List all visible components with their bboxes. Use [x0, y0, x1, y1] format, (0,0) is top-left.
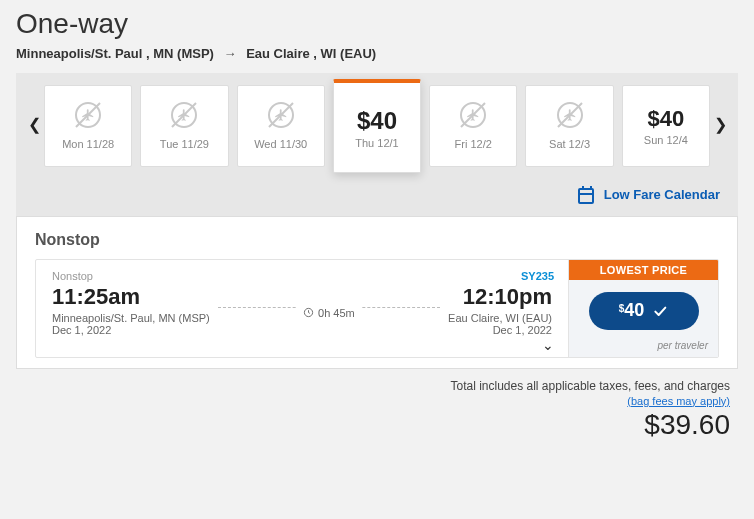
date-ribbon: ❮ ❯ Mon 11/28Tue 11/29Wed 11/30$40Thu 12…: [16, 73, 738, 369]
date-tile[interactable]: $40Thu 12/1: [333, 79, 421, 173]
results-card: Nonstop Nonstop SY235 11:25am Minneapoli…: [16, 216, 738, 369]
stops-label: Nonstop: [52, 270, 552, 282]
origin-label: Minneapolis/St. Paul , MN (MSP): [16, 46, 214, 61]
flight-row: Nonstop SY235 11:25am Minneapolis/St. Pa…: [35, 259, 719, 358]
arrival-block: 12:10pm Eau Claire, WI (EAU) Dec 1, 2022: [448, 284, 552, 336]
date-tile[interactable]: Sat 12/3: [525, 85, 613, 167]
departure-block: 11:25am Minneapolis/St. Paul, MN (MSP) D…: [52, 284, 210, 336]
date-tile-label: Fri 12/2: [455, 138, 492, 150]
arrival-city: Eau Claire, WI (EAU): [448, 312, 552, 324]
bag-fees-link[interactable]: (bag fees may apply): [16, 395, 730, 407]
next-dates-button[interactable]: ❯: [710, 115, 730, 134]
route-summary: Minneapolis/St. Paul , MN (MSP) → Eau Cl…: [16, 46, 738, 61]
date-tile[interactable]: Tue 11/29: [140, 85, 228, 167]
page-title: One-way: [16, 8, 738, 40]
date-tile[interactable]: Wed 11/30: [237, 85, 325, 167]
select-price-button[interactable]: $40: [589, 292, 699, 330]
date-tile-price: $40: [357, 107, 397, 135]
no-flight-icon: [268, 102, 294, 128]
price-amount: 40: [624, 300, 644, 320]
footer: Total includes all applicable taxes, fee…: [16, 369, 738, 441]
date-tile[interactable]: Fri 12/2: [429, 85, 517, 167]
expand-details-button[interactable]: ⌄: [542, 337, 554, 353]
total-note: Total includes all applicable taxes, fee…: [450, 379, 730, 393]
grand-total: $39.60: [644, 409, 730, 440]
price-panel: LOWEST PRICE $40 per traveler: [568, 260, 718, 357]
flight-details: Nonstop SY235 11:25am Minneapolis/St. Pa…: [36, 260, 568, 357]
section-heading: Nonstop: [35, 231, 719, 249]
low-fare-label: Low Fare Calendar: [604, 187, 720, 202]
duration-line: 0h 45m: [218, 297, 440, 323]
arrival-date: Dec 1, 2022: [448, 324, 552, 336]
date-tile[interactable]: $40Sun 12/4: [622, 85, 710, 167]
check-icon: [652, 303, 668, 319]
date-tile-label: Wed 11/30: [254, 138, 307, 150]
calendar-icon: [578, 188, 594, 204]
departure-date: Dec 1, 2022: [52, 324, 210, 336]
flight-number[interactable]: SY235: [521, 270, 554, 282]
no-flight-icon: [557, 102, 583, 128]
departure-time: 11:25am: [52, 284, 210, 310]
date-tile-label: Sun 12/4: [644, 134, 688, 146]
destination-label: Eau Claire , WI (EAU): [246, 46, 376, 61]
no-flight-icon: [171, 102, 197, 128]
low-fare-calendar-link[interactable]: Low Fare Calendar: [16, 173, 738, 216]
date-tile-price: $40: [647, 106, 684, 132]
date-tile-label: Mon 11/28: [62, 138, 114, 150]
arrow-right-icon: →: [224, 46, 237, 61]
date-tile-label: Thu 12/1: [355, 137, 398, 149]
date-tile[interactable]: Mon 11/28: [44, 85, 132, 167]
no-flight-icon: [460, 102, 486, 128]
per-traveler-label: per traveler: [657, 340, 718, 351]
prev-dates-button[interactable]: ❮: [24, 115, 44, 134]
date-tile-label: Sat 12/3: [549, 138, 590, 150]
departure-city: Minneapolis/St. Paul, MN (MSP): [52, 312, 210, 324]
duration-text: 0h 45m: [318, 307, 355, 319]
clock-icon: [303, 307, 314, 318]
date-tile-label: Tue 11/29: [160, 138, 209, 150]
lowest-price-badge: LOWEST PRICE: [569, 260, 718, 280]
arrival-time: 12:10pm: [448, 284, 552, 310]
no-flight-icon: [75, 102, 101, 128]
